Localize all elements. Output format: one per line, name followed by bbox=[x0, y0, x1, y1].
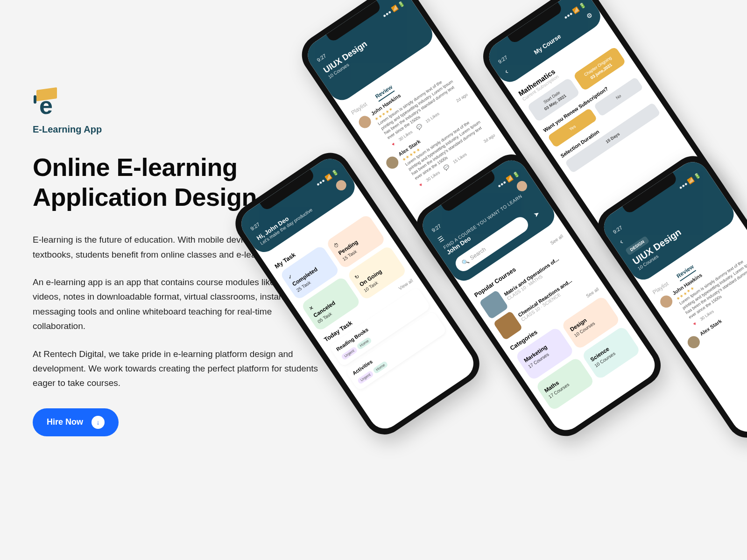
course-sub: 10 Courses bbox=[637, 209, 726, 271]
phone-review-bottom: 9:27●●● 📶 🔋 ‹ DESIGN UIUX Design 10 Cour… bbox=[590, 148, 747, 445]
category-card[interactable]: Science10 Courses bbox=[581, 325, 641, 380]
review-item: Alex Stark bbox=[685, 281, 747, 350]
task-row[interactable]: Reading Books UrgentHome bbox=[329, 287, 431, 367]
user-name: John Deo bbox=[445, 198, 527, 256]
ongoing-block: Chapter Ongoing03 june,2021 bbox=[573, 46, 626, 91]
heart-icon[interactable]: ♥ bbox=[418, 182, 423, 189]
tab-playlist[interactable]: Playlist bbox=[651, 280, 671, 298]
review-item: John Hawkins ★★★★★ Lorem Ipsum is simply… bbox=[658, 240, 747, 336]
duration-value[interactable]: 15 Days bbox=[564, 102, 661, 173]
category-card[interactable]: Marketing17 Courses bbox=[514, 326, 574, 381]
review-item: Alex Stark ★★★★★ Lorem Ipsum is simply d… bbox=[384, 101, 496, 197]
duration-label: Selection Duration bbox=[559, 95, 651, 159]
paragraph-1: E-learning is the future of education. W… bbox=[33, 232, 327, 262]
page-headline: Online E-learning Application Design bbox=[33, 153, 327, 212]
tab-review[interactable]: Review bbox=[374, 84, 395, 102]
status-time: 9:27 bbox=[497, 54, 509, 65]
categories-title: Categories bbox=[509, 329, 539, 352]
design-badge: DESIGN bbox=[625, 236, 649, 256]
task-row[interactable]: Activities UrgentHome bbox=[345, 311, 447, 391]
avatar bbox=[658, 293, 675, 310]
course-row[interactable]: Matrix and Operations of...CLASS 10 · MA… bbox=[479, 242, 579, 320]
download-icon: ↓ bbox=[92, 416, 105, 429]
comment-icon[interactable]: 💬 bbox=[443, 163, 451, 172]
back-icon[interactable]: ‹ bbox=[618, 181, 710, 246]
course-thumb bbox=[479, 290, 509, 320]
mycourse-title: My Course bbox=[532, 33, 562, 56]
hire-now-label: Hire Now bbox=[47, 417, 83, 427]
search-icon: 🔍 bbox=[461, 257, 470, 266]
category-card[interactable]: Maths17 Courses bbox=[535, 357, 595, 411]
tab-playlist[interactable]: Playlist bbox=[350, 101, 370, 118]
star-rating: ★★★★★ bbox=[675, 246, 747, 301]
task-card-ongoing[interactable]: ↻On Going10 Task bbox=[346, 245, 407, 301]
course-sub: 10 Courses bbox=[327, 17, 417, 79]
no-button[interactable]: No bbox=[593, 77, 643, 117]
status-time: 9:27 bbox=[612, 224, 624, 235]
write-review-button[interactable]: Write a review bbox=[438, 182, 537, 257]
course-thumb bbox=[493, 311, 523, 341]
paragraph-2: An e-learning app is an app that contain… bbox=[33, 275, 327, 333]
hire-now-button[interactable]: Hire Now ↓ bbox=[33, 408, 119, 436]
comment-icon[interactable]: 💬 bbox=[415, 123, 423, 131]
heart-icon[interactable]: ♥ bbox=[390, 141, 396, 148]
star-rating: ★★★★★ bbox=[401, 107, 479, 163]
logo-block: e E-Learning App bbox=[33, 89, 327, 135]
avatar bbox=[357, 113, 374, 130]
course-row[interactable]: Chemical Reactions and...CLASS 10 · SCIE… bbox=[493, 263, 593, 341]
status-icons: ●●● 📶 🔋 bbox=[563, 1, 587, 21]
paragraph-3: At Rentech Digital, we take pride in e-l… bbox=[33, 347, 327, 391]
find-course-label: FIND A COURSE YOU WANT TO LEARN bbox=[443, 194, 523, 251]
body-copy: E-learning is the future of education. W… bbox=[33, 232, 327, 390]
see-all-link[interactable]: See all bbox=[585, 287, 601, 301]
status-icons: ●●● 📶 🔋 bbox=[496, 170, 521, 189]
star-rating: ★★★★★ bbox=[374, 67, 452, 122]
start-date-block: Start Date03 May, 2021 bbox=[527, 77, 580, 123]
logo-icon: e bbox=[33, 89, 69, 119]
status-icons: ●●● 📶 🔋 bbox=[678, 172, 702, 191]
avatar[interactable] bbox=[515, 179, 529, 194]
view-all-link[interactable]: View all bbox=[398, 278, 415, 293]
send-icon[interactable]: ➤ bbox=[525, 202, 549, 225]
sub-label: Current Subscription bbox=[521, 38, 613, 102]
subject-title: Mathematics bbox=[517, 32, 610, 98]
phone-courses: 9:27●●● 📶 🔋 ☰ FIND A COURSE YOU WANT TO … bbox=[409, 147, 669, 444]
phone-mycourse: 9:27●●● 📶 🔋 ‹ My Course ⚙ Mathematics Cu… bbox=[475, 0, 735, 275]
search-input[interactable]: 🔍Search bbox=[452, 214, 531, 274]
logo-text: E-Learning App bbox=[33, 124, 102, 135]
review-item: John Hawkins ★★★★★ Lorem Ipsum is simply… bbox=[357, 61, 469, 156]
settings-icon[interactable]: ⚙ bbox=[585, 11, 594, 21]
hamburger-icon[interactable]: ☰ bbox=[437, 185, 519, 244]
course-title: UIUX Design bbox=[631, 200, 724, 267]
avatar[interactable] bbox=[334, 178, 348, 193]
see-all-link[interactable]: See all bbox=[550, 233, 565, 247]
tab-review[interactable]: Review bbox=[676, 263, 697, 281]
popular-courses-title: Popular Courses bbox=[473, 266, 517, 299]
avatar bbox=[384, 154, 401, 171]
status-time: 9:27 bbox=[430, 223, 442, 234]
avatar bbox=[685, 334, 702, 350]
status-icons: ●●● 📶 🔋 bbox=[381, 0, 406, 19]
renew-question: Want you Renew Subscription? bbox=[542, 69, 634, 133]
yes-button[interactable]: Yes bbox=[548, 108, 598, 148]
heart-icon[interactable]: ♥ bbox=[692, 320, 698, 327]
category-card[interactable]: Design10 Courses bbox=[561, 295, 620, 350]
back-icon[interactable]: ‹ bbox=[503, 67, 509, 76]
